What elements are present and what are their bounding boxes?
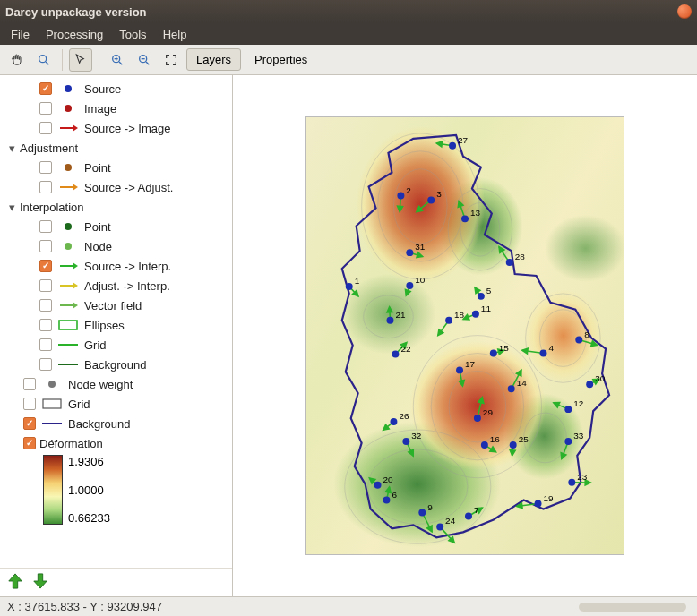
layer-ellipses[interactable]: Ellipses (4, 315, 232, 335)
svg-marker-83 (463, 315, 469, 320)
svg-marker-123 (554, 403, 560, 407)
layer-background[interactable]: Background (4, 414, 232, 433)
hand-pan-icon[interactable] (5, 48, 29, 72)
svg-line-1 (46, 62, 48, 64)
svg-marker-71 (405, 290, 410, 296)
svg-point-156 (374, 482, 382, 489)
svg-text:10: 10 (415, 275, 426, 285)
layer-node-weight[interactable]: Node weight (4, 374, 232, 394)
checkbox[interactable] (39, 260, 52, 272)
svg-text:14: 14 (517, 378, 528, 388)
layer-source-interp[interactable]: Source -> Interp. (4, 256, 232, 276)
svg-text:3: 3 (436, 189, 442, 199)
layer-adjust-interp[interactable]: Adjust. -> Interp. (4, 276, 232, 295)
layer-int-node[interactable]: Node (4, 236, 232, 256)
zoom-tool-icon[interactable] (32, 48, 56, 72)
checkbox[interactable] (39, 338, 52, 351)
svg-point-64 (406, 249, 413, 256)
checkbox[interactable] (39, 358, 52, 371)
layer-vector-field[interactable]: Vector field (4, 295, 232, 315)
svg-rect-24 (59, 321, 77, 329)
layer-deformation[interactable]: Déformation (4, 433, 232, 453)
layer-source-adjust[interactable]: Source -> Adjust. (4, 177, 232, 197)
line-blue-icon (39, 422, 65, 425)
checkbox[interactable] (23, 398, 36, 410)
svg-point-152 (568, 479, 575, 486)
svg-text:12: 12 (573, 398, 584, 408)
line-darkgreen-icon (56, 363, 81, 366)
svg-marker-15 (73, 184, 78, 191)
checkbox[interactable] (39, 122, 52, 134)
menu-file[interactable]: File (4, 26, 37, 43)
svg-point-88 (445, 317, 452, 324)
menu-help[interactable]: Help (156, 26, 194, 43)
arrow-lgreen-icon (56, 301, 81, 310)
svg-marker-31 (34, 574, 47, 588)
svg-point-37 (413, 336, 541, 478)
layer-source-image[interactable]: Source -> Image (4, 118, 232, 138)
svg-line-3 (119, 62, 122, 64)
menu-tools[interactable]: Tools (112, 26, 153, 43)
checkbox[interactable] (39, 161, 52, 174)
layers-button[interactable]: Layers (186, 48, 241, 71)
group-interpolation[interactable]: ▾ Interpolation (4, 197, 232, 217)
svg-text:20: 20 (383, 475, 394, 484)
group-adjustment[interactable]: ▾ Adjustment (4, 138, 232, 158)
menu-processing[interactable]: Processing (39, 26, 110, 43)
pointer-tool-icon[interactable] (69, 48, 92, 72)
move-layer-up-icon[interactable] (7, 572, 23, 593)
move-layer-down-icon[interactable] (32, 572, 48, 593)
ellipse-icon (56, 320, 81, 330)
layer-int-point[interactable]: Point (4, 217, 232, 236)
layer-source[interactable]: Source (4, 79, 232, 98)
checkbox[interactable] (39, 319, 52, 331)
svg-rect-28 (43, 399, 61, 408)
checkbox[interactable] (39, 102, 52, 115)
close-icon[interactable] (677, 4, 692, 19)
layer-int-grid[interactable]: Grid (4, 335, 232, 355)
layer-int-background[interactable]: Background (4, 355, 232, 374)
checkbox[interactable] (39, 220, 52, 233)
properties-button[interactable]: Properties (245, 48, 317, 71)
svg-text:27: 27 (458, 135, 469, 145)
checkbox[interactable] (39, 299, 52, 312)
zoom-in-icon[interactable] (106, 48, 129, 72)
legend-min: 0.66233 (68, 511, 110, 525)
disclosure-icon[interactable]: ▾ (7, 141, 16, 155)
arrow-red-icon (56, 124, 81, 133)
zoom-out-icon[interactable] (133, 48, 156, 72)
checkbox[interactable] (39, 240, 52, 252)
svg-point-128 (474, 415, 481, 422)
svg-text:5: 5 (486, 286, 492, 295)
layer-adj-point[interactable]: Point (4, 158, 232, 177)
svg-marker-59 (458, 201, 463, 208)
checkbox[interactable] (23, 437, 36, 449)
svg-point-76 (346, 283, 353, 290)
horizontal-scrollbar[interactable] (579, 603, 686, 612)
checkbox[interactable] (23, 417, 36, 430)
svg-point-168 (418, 509, 426, 517)
disclosure-icon[interactable]: ▾ (7, 201, 16, 214)
svg-marker-143 (490, 447, 496, 452)
checkbox[interactable] (39, 181, 52, 193)
svg-point-104 (540, 350, 547, 357)
layer-order-controls (0, 568, 232, 596)
toolbar: Layers Properties (0, 45, 697, 75)
svg-point-45 (364, 295, 414, 338)
svg-text:24: 24 (445, 516, 456, 526)
svg-marker-119 (516, 370, 521, 376)
arrow-orange-icon (56, 183, 81, 192)
svg-text:28: 28 (515, 252, 526, 261)
checkbox[interactable] (39, 279, 52, 292)
layer-image[interactable]: Image (4, 98, 232, 118)
layer-tree[interactable]: Source Image Source -> Image ▾ Adjustmen… (0, 75, 232, 568)
fit-extent-icon[interactable] (159, 48, 183, 72)
layers-panel: Source Image Source -> Image ▾ Adjustmen… (0, 75, 233, 596)
svg-text:32: 32 (411, 431, 422, 441)
layer-grid[interactable]: Grid (4, 394, 232, 414)
checkbox[interactable] (23, 378, 36, 390)
map-canvas[interactable]: 2723133128101511182181542217301412292633… (233, 75, 697, 596)
svg-point-52 (397, 192, 404, 200)
checkbox[interactable] (39, 82, 52, 95)
point-blue-icon (56, 84, 81, 93)
